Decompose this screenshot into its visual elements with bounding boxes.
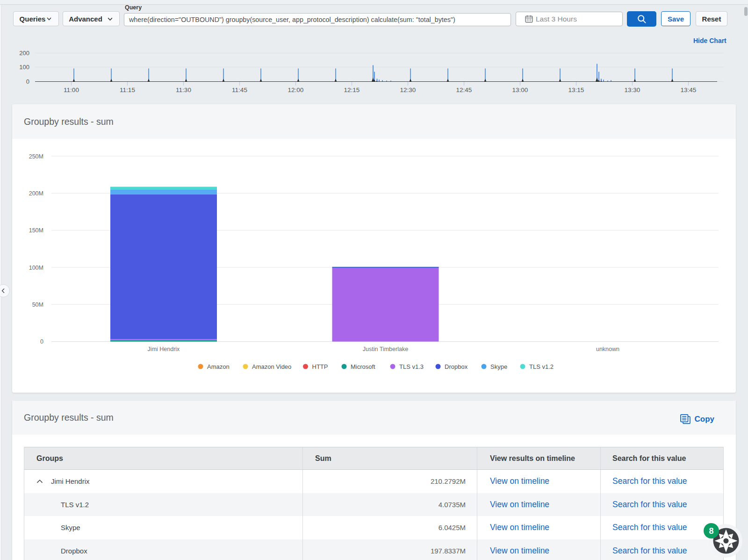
svg-text:TLS v1.2: TLS v1.2 [529,363,554,370]
svg-text:150M: 150M [29,227,43,234]
svg-text:0: 0 [26,78,29,85]
svg-text:12:45: 12:45 [456,86,472,93]
svg-text:8: 8 [709,526,713,536]
svg-text:11:00: 11:00 [64,86,79,93]
svg-text:HTTP: HTTP [312,363,328,370]
svg-text:100: 100 [19,64,29,71]
svg-text:200M: 200M [29,190,43,197]
svg-text:TLS v1.3: TLS v1.3 [399,363,424,370]
svg-text:11:30: 11:30 [176,86,191,93]
svg-text:100M: 100M [29,265,43,271]
svg-text:11:45: 11:45 [232,86,247,93]
svg-text:unknown: unknown [596,346,619,352]
svg-text:12:00: 12:00 [288,86,304,93]
svg-text:0: 0 [40,338,43,345]
svg-text:Skype: Skype [490,363,507,370]
svg-text:13:00: 13:00 [512,86,528,93]
svg-text:Dropbox: Dropbox [445,363,468,370]
svg-text:200: 200 [19,50,29,57]
svg-text:50M: 50M [32,302,43,308]
svg-text:12:30: 12:30 [400,86,416,93]
svg-text:11:15: 11:15 [120,86,135,93]
svg-text:Justin Timberlake: Justin Timberlake [363,346,408,352]
svg-text:Amazon Video: Amazon Video [252,363,291,370]
svg-text:13:15: 13:15 [568,86,584,93]
svg-text:250M: 250M [29,153,43,160]
svg-text:Jimi Hendrix: Jimi Hendrix [148,346,180,352]
svg-text:13:45: 13:45 [681,86,697,93]
svg-text:Amazon: Amazon [207,363,230,370]
svg-text:13:30: 13:30 [625,86,640,93]
svg-text:12:15: 12:15 [344,86,360,93]
svg-text:Microsoft: Microsoft [351,363,375,370]
